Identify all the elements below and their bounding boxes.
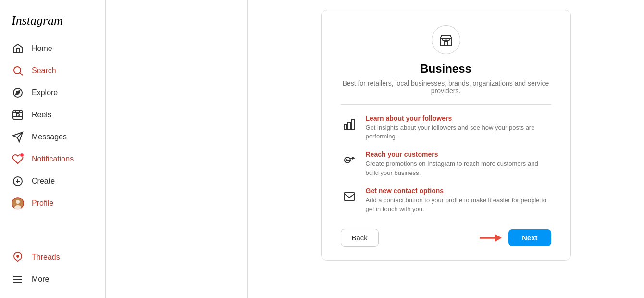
feature-item-customers: Reach your customers Create promotions o… — [341, 150, 551, 177]
svg-rect-24 — [348, 122, 350, 129]
notifications-icon — [12, 153, 24, 165]
feature-desc-customers: Create promotions on Instagram to reach … — [366, 160, 551, 177]
feature-text-followers: Learn about your followers Get insights … — [366, 114, 551, 141]
svg-point-0 — [14, 67, 21, 74]
contact-icon — [341, 188, 358, 205]
search-icon — [12, 64, 24, 77]
more-icon — [12, 273, 24, 286]
sidebar-item-more-label: More — [32, 275, 49, 284]
sidebar-item-more[interactable]: More — [6, 268, 99, 290]
feature-item-followers: Learn about your followers Get insights … — [341, 114, 551, 141]
card-actions: Back Next — [341, 229, 551, 247]
sidebar: Instagram Home Search Explore — [0, 0, 106, 298]
svg-rect-22 — [444, 41, 448, 46]
instagram-logo[interactable]: Instagram — [6, 8, 99, 37]
sidebar-item-notifications-label: Notifications — [32, 155, 74, 163]
threads-icon — [12, 251, 24, 263]
svg-point-5 — [16, 113, 19, 116]
main-content: Business Best for retailers, local busin… — [248, 0, 644, 298]
svg-marker-3 — [16, 91, 20, 95]
feature-title-customers: Reach your customers — [366, 150, 551, 158]
feature-title-contact: Get new contact options — [366, 187, 551, 195]
card-subtitle: Best for retailers, local businesses, br… — [341, 79, 551, 95]
sidebar-item-threads[interactable]: Threads — [6, 246, 99, 268]
sidebar-item-create[interactable]: Create — [6, 170, 99, 192]
feature-list: Learn about your followers Get insights … — [341, 114, 551, 213]
create-icon — [12, 175, 24, 187]
business-card: Business Best for retailers, local busin… — [321, 10, 571, 261]
sidebar-item-explore[interactable]: Explore — [6, 82, 99, 104]
sidebar-item-search-label: Search — [32, 66, 56, 75]
followers-icon — [341, 115, 358, 133]
notification-badge — [20, 153, 24, 157]
home-icon — [12, 42, 24, 55]
card-divider — [341, 104, 551, 105]
explore-icon — [12, 87, 24, 99]
svg-rect-28 — [344, 193, 355, 200]
sidebar-item-reels-label: Reels — [32, 111, 51, 119]
sidebar-item-search[interactable]: Search — [6, 60, 99, 82]
messages-icon — [12, 131, 24, 143]
next-group: Next — [480, 229, 551, 246]
sidebar-item-profile-label: Profile — [32, 199, 53, 208]
feature-title-followers: Learn about your followers — [366, 114, 551, 122]
sidebar-item-messages-label: Messages — [32, 133, 67, 141]
customers-icon — [341, 151, 358, 169]
sidebar-item-reels[interactable]: Reels — [6, 104, 99, 126]
svg-line-1 — [20, 73, 23, 76]
sidebar-item-notifications[interactable]: Notifications — [6, 148, 99, 170]
feature-desc-contact: Add a contact button to your profile to … — [366, 196, 551, 213]
next-button[interactable]: Next — [508, 229, 551, 246]
profile-icon — [12, 197, 24, 210]
svg-rect-25 — [352, 119, 354, 129]
svg-rect-23 — [344, 125, 347, 129]
back-button[interactable]: Back — [341, 229, 379, 247]
reels-icon — [12, 109, 24, 121]
business-icon-circle — [432, 25, 460, 54]
svg-point-14 — [16, 200, 20, 204]
feature-desc-followers: Get insights about your followers and se… — [366, 124, 551, 141]
middle-panel — [106, 0, 248, 298]
sidebar-item-home[interactable]: Home — [6, 37, 99, 60]
sidebar-item-threads-label: Threads — [32, 253, 60, 261]
feature-item-contact: Get new contact options Add a contact bu… — [341, 187, 551, 213]
svg-point-16 — [17, 255, 19, 257]
card-title: Business — [420, 62, 471, 75]
svg-rect-4 — [13, 110, 23, 120]
sidebar-item-create-label: Create — [32, 177, 55, 186]
arrow-icon — [480, 231, 503, 245]
sidebar-item-home-label: Home — [32, 44, 52, 53]
sidebar-item-explore-label: Explore — [32, 88, 58, 97]
svg-marker-30 — [495, 234, 502, 242]
feature-text-contact: Get new contact options Add a contact bu… — [366, 187, 551, 213]
feature-text-customers: Reach your customers Create promotions o… — [366, 150, 551, 177]
sidebar-item-profile[interactable]: Profile — [6, 192, 99, 214]
sidebar-item-messages[interactable]: Messages — [6, 126, 99, 148]
